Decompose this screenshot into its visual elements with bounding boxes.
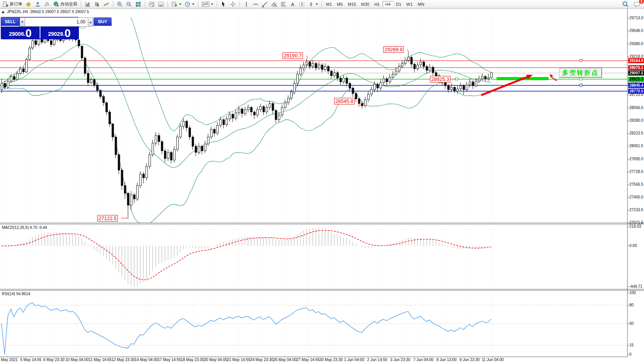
timeframe-m30-button[interactable]: M30 (359, 2, 371, 7)
new-order-button[interactable]: 新订单 (1, 0, 23, 8)
toolbar-separator (239, 1, 240, 7)
time-axis-label: 20 May 04:00 (204, 358, 227, 362)
fibonacci-tool-button[interactable]: F (279, 0, 288, 8)
trendline-tool-button[interactable] (261, 0, 269, 8)
time-axis-label: 5 May 14:55 (20, 358, 41, 362)
time-axis-label: 9 Jun 23:30 (460, 358, 480, 362)
line-chart-mode-button[interactable] (102, 0, 110, 8)
zoom-out-button[interactable] (125, 0, 133, 8)
time-axis-label: 4 May 2021 (0, 358, 18, 362)
time-axis-label: 21 May 14:55 (227, 358, 251, 362)
toolbar-separator (198, 1, 198, 7)
buy-button[interactable]: BUY (94, 17, 112, 27)
timeframe-mn-button[interactable]: MN (416, 2, 426, 7)
notification-badge: 1 (639, 0, 644, 4)
indicator-subwindow-icon (158, 1, 164, 7)
toolbar-separator (145, 1, 145, 7)
time-axis-label: 1 Jun 04:00 (344, 358, 364, 362)
candlestick-mode-button[interactable] (93, 0, 101, 8)
toolbar-separator (217, 1, 217, 7)
indicator-window-icon (149, 1, 155, 7)
add-indicator-button[interactable] (170, 0, 182, 8)
zoom-out-icon (126, 1, 132, 7)
time-axis-label: 27 May 14:55 (296, 358, 320, 362)
toolbar-separator (167, 1, 168, 7)
sell-button[interactable]: SELL (1, 17, 19, 27)
triangle-down-icon (21, 21, 23, 23)
time-axis-label: 14 May 04:00 (135, 358, 158, 362)
symbol-period-label: JPN225-,H4 (7, 10, 28, 14)
tile-windows-button[interactable] (134, 0, 142, 8)
arrow-objects-icon (308, 1, 314, 7)
autotrading-button[interactable]: 自动交易 (52, 0, 79, 8)
timeframe-m1-button[interactable]: M1 (324, 2, 334, 7)
time-axis-label: 30 May 23:30 (319, 358, 343, 362)
indicator-window-button[interactable] (147, 0, 156, 8)
buy-price: 29029. 0 (40, 27, 79, 39)
cursor-tool-button[interactable] (219, 0, 228, 8)
period-button[interactable] (183, 0, 196, 8)
timeframe-m5-button[interactable]: M5 (335, 2, 345, 7)
volume-decrease-button[interactable] (20, 17, 25, 27)
search-button[interactable] (621, 0, 630, 8)
navigator-icon (35, 1, 41, 7)
rsi-line (2, 303, 491, 355)
arrows-tool-button[interactable] (307, 0, 319, 8)
collapse-panel-icon[interactable] (2, 11, 5, 13)
triangle-up-icon (89, 21, 92, 23)
channel-tool-button[interactable]: E (270, 0, 278, 8)
indicator-subwindow-button[interactable] (157, 0, 165, 8)
timeframe-h1-button[interactable]: H1 (372, 2, 381, 7)
time-axis-label: 18 May 23:30 (181, 358, 204, 362)
text-label-tool-button[interactable]: T (298, 0, 306, 8)
bar-chart-mode-button[interactable] (84, 0, 92, 8)
horizontal-line-tool-button[interactable] (251, 0, 260, 8)
market-watch-button[interactable] (24, 0, 33, 8)
candlesticks (1, 34, 492, 219)
navigator-button[interactable] (33, 0, 42, 8)
time-axis-label: 26 May 04:00 (273, 358, 297, 362)
vertical-line-icon (243, 1, 249, 7)
chart-plot[interactable] (0, 8, 644, 358)
svg-text:T: T (301, 2, 303, 6)
note-annotation[interactable]: 多空转折点 (559, 68, 602, 78)
one-click-trading-panel: SELL BUY 29006. 0 29029. 0 (1, 17, 79, 39)
text-tool-button[interactable]: A (288, 0, 297, 8)
svg-text:A: A (291, 2, 294, 7)
symbol-info-line: JPN225-,H4 28942.5 29007.5 28937.5 29007… (2, 10, 89, 14)
level-handle[interactable] (580, 78, 582, 80)
buy-price-last-digit: 0 (65, 28, 71, 38)
time-axis-label: 17 May 14:55 (158, 358, 181, 362)
timeframe-w1-button[interactable]: W1 (405, 2, 415, 7)
timeframe-m15-button[interactable]: M15 (346, 2, 358, 7)
level-handle[interactable] (580, 84, 582, 86)
market-watch-icon (25, 1, 32, 7)
buy-price-main: 29029. (48, 30, 65, 38)
level-handle[interactable] (580, 59, 582, 62)
period-caret-icon (192, 3, 194, 5)
signals-button[interactable] (43, 0, 51, 8)
autotrading-icon (53, 1, 59, 7)
symbol-ohlc-values: 28942.5 29007.5 28937.5 29007.5 (30, 10, 89, 14)
vertical-line-tool-button[interactable] (242, 0, 251, 8)
macd-histogram (2, 228, 492, 287)
notifications-button[interactable]: 1 (632, 0, 642, 8)
time-axis-label: 7 Jun 04:00 (413, 358, 433, 362)
zoom-in-button[interactable] (115, 0, 124, 8)
candlestick-icon (94, 1, 100, 7)
arrows-caret-icon (316, 3, 318, 5)
chart-template-button[interactable] (201, 0, 214, 8)
volume-increase-button[interactable] (88, 17, 93, 27)
bar-chart-icon (85, 1, 91, 7)
crosshair-tool-button[interactable] (229, 0, 237, 8)
zoom-in-icon (117, 1, 123, 7)
search-icon (622, 1, 629, 8)
volume-stepper (20, 17, 93, 27)
chart-template-caret-icon (211, 3, 213, 5)
timeframe-d1-button[interactable]: D1 (394, 2, 403, 7)
equidistant-channel-icon: E (271, 1, 277, 7)
timeframe-h4-button[interactable]: H4 (383, 1, 393, 7)
new-order-icon (2, 1, 8, 7)
volume-input[interactable] (25, 17, 88, 27)
time-axis-label: 2 Jun 14:55 (367, 358, 387, 362)
